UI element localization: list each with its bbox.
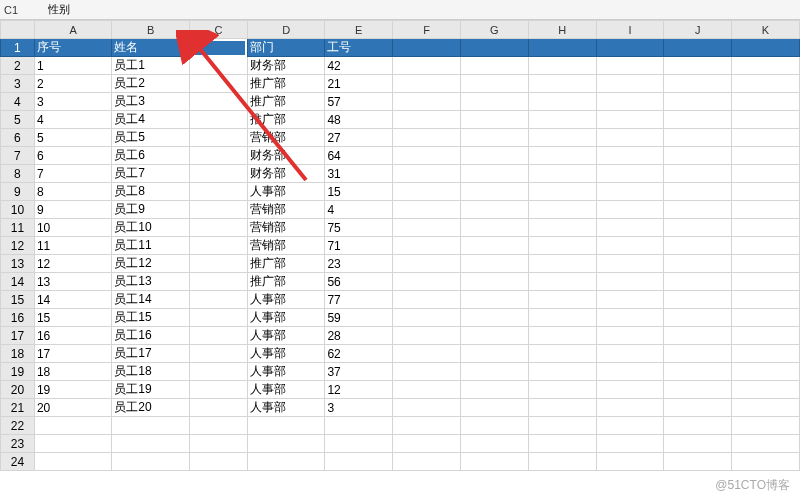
cell[interactable]: 员工7: [112, 165, 189, 183]
col-header-K[interactable]: K: [732, 21, 800, 39]
cell[interactable]: 11: [34, 237, 111, 255]
row-header[interactable]: 17: [1, 327, 35, 345]
cell[interactable]: [664, 165, 732, 183]
cell[interactable]: 员工10: [112, 219, 189, 237]
cell[interactable]: 15: [34, 309, 111, 327]
cell[interactable]: [664, 57, 732, 75]
row-header[interactable]: 6: [1, 129, 35, 147]
cell[interactable]: [189, 381, 247, 399]
cell[interactable]: [528, 111, 596, 129]
cell[interactable]: [460, 165, 528, 183]
cell[interactable]: 3: [34, 93, 111, 111]
col-header-F[interactable]: F: [393, 21, 461, 39]
header-cell[interactable]: J: [189, 39, 247, 57]
row-header[interactable]: 2: [1, 57, 35, 75]
cell[interactable]: [393, 57, 461, 75]
cell[interactable]: 推广部: [247, 75, 324, 93]
cell[interactable]: 营销部: [247, 129, 324, 147]
cell[interactable]: [393, 165, 461, 183]
cell[interactable]: [528, 381, 596, 399]
cell[interactable]: [112, 453, 189, 471]
cell[interactable]: [732, 111, 800, 129]
cell[interactable]: [460, 75, 528, 93]
row-header[interactable]: 3: [1, 75, 35, 93]
cell[interactable]: [528, 183, 596, 201]
header-cell[interactable]: 工号: [325, 39, 393, 57]
cell[interactable]: [732, 327, 800, 345]
cell[interactable]: [732, 381, 800, 399]
cell[interactable]: [528, 399, 596, 417]
cell[interactable]: [732, 435, 800, 453]
cell[interactable]: 员工17: [112, 345, 189, 363]
cell[interactable]: 31: [325, 165, 393, 183]
cell[interactable]: [393, 453, 461, 471]
cell[interactable]: 2: [34, 75, 111, 93]
cell[interactable]: [189, 273, 247, 291]
cell[interactable]: [732, 57, 800, 75]
cell[interactable]: [460, 183, 528, 201]
col-header-G[interactable]: G: [460, 21, 528, 39]
cell[interactable]: [460, 237, 528, 255]
cell[interactable]: [596, 345, 664, 363]
cell[interactable]: 37: [325, 363, 393, 381]
cell[interactable]: [189, 309, 247, 327]
cell[interactable]: [732, 399, 800, 417]
row-header[interactable]: 23: [1, 435, 35, 453]
cell[interactable]: [664, 381, 732, 399]
cell[interactable]: 59: [325, 309, 393, 327]
row-header[interactable]: 4: [1, 93, 35, 111]
cell[interactable]: [528, 291, 596, 309]
cell[interactable]: [664, 129, 732, 147]
cell[interactable]: [596, 237, 664, 255]
header-cell[interactable]: [528, 39, 596, 57]
cell[interactable]: [189, 363, 247, 381]
cell[interactable]: [596, 435, 664, 453]
cell[interactable]: 人事部: [247, 345, 324, 363]
cell[interactable]: [247, 453, 324, 471]
cell[interactable]: [460, 255, 528, 273]
cell[interactable]: [189, 201, 247, 219]
cell[interactable]: 14: [34, 291, 111, 309]
row-header[interactable]: 7: [1, 147, 35, 165]
cell[interactable]: [189, 75, 247, 93]
row-header[interactable]: 10: [1, 201, 35, 219]
cell[interactable]: [460, 453, 528, 471]
cell[interactable]: [393, 147, 461, 165]
row-header[interactable]: 8: [1, 165, 35, 183]
cell[interactable]: [732, 291, 800, 309]
cell[interactable]: [189, 57, 247, 75]
cell[interactable]: [596, 93, 664, 111]
cell[interactable]: [664, 183, 732, 201]
cell[interactable]: [189, 147, 247, 165]
cell[interactable]: [460, 93, 528, 111]
cell[interactable]: [596, 327, 664, 345]
cell[interactable]: [189, 291, 247, 309]
cell[interactable]: [596, 399, 664, 417]
cell[interactable]: [596, 453, 664, 471]
cell[interactable]: 人事部: [247, 381, 324, 399]
cell[interactable]: [732, 237, 800, 255]
col-header-J[interactable]: J: [664, 21, 732, 39]
cell[interactable]: [596, 147, 664, 165]
row-header[interactable]: 15: [1, 291, 35, 309]
cell[interactable]: [664, 291, 732, 309]
cell[interactable]: [528, 435, 596, 453]
cell[interactable]: [732, 273, 800, 291]
cell[interactable]: 12: [34, 255, 111, 273]
cell[interactable]: [460, 111, 528, 129]
cell[interactable]: [460, 435, 528, 453]
cell[interactable]: 75: [325, 219, 393, 237]
cell[interactable]: 员工5: [112, 129, 189, 147]
cell[interactable]: 员工14: [112, 291, 189, 309]
header-cell[interactable]: 姓名: [112, 39, 189, 57]
cell[interactable]: [732, 147, 800, 165]
cell[interactable]: 15: [325, 183, 393, 201]
cell[interactable]: 6: [34, 147, 111, 165]
cell[interactable]: [189, 399, 247, 417]
cell[interactable]: [528, 165, 596, 183]
row-header[interactable]: 19: [1, 363, 35, 381]
cell[interactable]: [189, 255, 247, 273]
cell[interactable]: [393, 399, 461, 417]
cell[interactable]: [732, 363, 800, 381]
cell[interactable]: [732, 417, 800, 435]
